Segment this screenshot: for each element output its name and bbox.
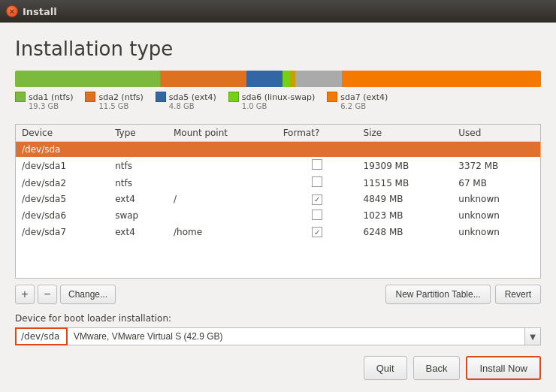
format-checkbox-cell: ✓	[277, 225, 358, 240]
format-checkbox-cell	[277, 207, 358, 225]
partition-segment	[283, 71, 290, 87]
legend-label: sda6 (linux-swap)	[242, 92, 316, 102]
table-cell	[168, 174, 277, 191]
table-row[interactable]: /dev/sda7ext4/home✓6248 MBunknown	[16, 225, 540, 240]
legend-label: sda5 (ext4)	[169, 92, 216, 102]
legend-label: sda1 (ntfs)	[29, 92, 73, 102]
legend-color-swatch	[156, 92, 166, 102]
legend-color-swatch	[15, 92, 26, 102]
table-row[interactable]: /dev/sda2ntfs11515 MB67 MB	[16, 174, 540, 191]
legend-item: sda2 (ntfs) 11.5 GB	[85, 92, 143, 110]
partition-segment	[160, 71, 246, 87]
bootloader-section: Device for boot loader installation: /de…	[15, 313, 541, 345]
table-cell: 6248 MB	[358, 225, 453, 240]
table-cell: /home	[168, 225, 277, 240]
legend-size: 11.5 GB	[98, 102, 143, 110]
table-toolbar: + − Change... New Partition Table... Rev…	[15, 285, 541, 304]
add-partition-button[interactable]: +	[15, 285, 35, 304]
format-checkbox-cell	[277, 174, 358, 191]
legend-item: sda7 (ext4) 6.2 GB	[327, 92, 388, 110]
table-cell: /dev/sda5	[16, 191, 109, 207]
change-button[interactable]: Change...	[60, 285, 116, 304]
partition-segment	[295, 71, 342, 87]
install-now-button[interactable]: Install Now	[466, 356, 541, 380]
table-cell: 4849 MB	[358, 191, 453, 207]
format-checkbox[interactable]	[312, 210, 322, 220]
table-cell: 3372 MB	[452, 157, 540, 174]
table-cell	[358, 142, 453, 158]
format-checkbox-cell: ✓	[277, 191, 358, 207]
revert-button[interactable]: Revert	[495, 285, 541, 304]
table-column-header: Format?	[277, 125, 358, 142]
table-column-header: Size	[358, 125, 453, 142]
page-title: Installation type	[15, 38, 541, 60]
table-cell: ext4	[109, 191, 168, 207]
table-cell: ntfs	[109, 157, 168, 174]
table-cell: unknown	[452, 207, 540, 225]
partition-bar-container: sda1 (ntfs) 19.3 GB sda2 (ntfs) 11.5 GB …	[15, 71, 541, 118]
table-cell: unknown	[452, 225, 540, 240]
legend-label: sda7 (ext4)	[340, 92, 388, 102]
partition-table-wrapper: DeviceTypeMount pointFormat?SizeUsed /de…	[15, 124, 541, 279]
table-cell: 11515 MB	[358, 174, 453, 191]
title-bar: ✕ Install	[0, 0, 556, 23]
quit-button[interactable]: Quit	[364, 356, 407, 380]
table-cell: /dev/sda1	[16, 157, 109, 174]
table-cell	[109, 142, 168, 158]
table-cell: unknown	[452, 191, 540, 207]
table-header: DeviceTypeMount pointFormat?SizeUsed	[16, 125, 540, 142]
close-button[interactable]: ✕	[6, 5, 18, 17]
format-checkbox[interactable]	[312, 176, 322, 187]
format-checkbox[interactable]	[312, 159, 322, 170]
table-cell	[168, 157, 277, 174]
dropdown-arrow-icon: ▼	[525, 327, 541, 345]
table-cell	[452, 142, 540, 158]
bootloader-select[interactable]: VMware, VMware Virtual S (42.9 GB)	[68, 327, 525, 345]
legend-color-swatch	[327, 92, 337, 102]
new-partition-table-button[interactable]: New Partition Table...	[385, 285, 490, 304]
table-cell: /dev/sda6	[16, 207, 109, 225]
partition-legend: sda1 (ntfs) 19.3 GB sda2 (ntfs) 11.5 GB …	[15, 92, 541, 110]
main-content: Installation type sda1 (ntfs) 19.3 GB sd…	[0, 23, 556, 392]
legend-item: sda1 (ntfs) 19.3 GB	[15, 92, 73, 110]
legend-item: sda6 (linux-swap) 1.0 GB	[228, 92, 316, 110]
table-row[interactable]: /dev/sda6swap1023 MBunknown	[16, 207, 540, 225]
partition-segment	[15, 71, 160, 87]
format-checkbox[interactable]: ✓	[312, 194, 322, 205]
legend-item: sda5 (ext4) 4.8 GB	[156, 92, 216, 110]
partition-table: DeviceTypeMount pointFormat?SizeUsed /de…	[16, 125, 540, 240]
table-column-header: Used	[452, 125, 540, 142]
table-cell: /dev/sda2	[16, 174, 109, 191]
legend-size: 19.3 GB	[29, 102, 73, 110]
legend-label: sda2 (ntfs)	[98, 92, 143, 102]
table-cell: swap	[109, 207, 168, 225]
format-checkbox[interactable]: ✓	[312, 227, 322, 237]
table-cell: 1023 MB	[358, 207, 453, 225]
legend-color-swatch	[228, 92, 239, 102]
bottom-buttons: Quit Back Install Now	[15, 356, 541, 380]
table-cell: ext4	[109, 225, 168, 240]
table-column-header: Type	[109, 125, 168, 142]
table-cell: 19309 MB	[358, 157, 453, 174]
partition-bar	[15, 71, 541, 87]
bootloader-label: Device for boot loader installation:	[15, 313, 541, 324]
table-cell: /dev/sda7	[16, 225, 109, 240]
table-body: /dev/sda/dev/sda1ntfs19309 MB3372 MB/dev…	[16, 142, 540, 240]
table-column-header: Mount point	[168, 125, 277, 142]
format-checkbox-cell	[277, 157, 358, 174]
table-cell	[168, 207, 277, 225]
remove-partition-button[interactable]: −	[38, 285, 57, 304]
table-column-header: Device	[16, 125, 109, 142]
bootloader-select-wrapper: /dev/sda VMware, VMware Virtual S (42.9 …	[15, 327, 541, 345]
legend-color-swatch	[85, 92, 95, 102]
table-cell	[168, 142, 277, 158]
format-checkbox-cell	[277, 142, 358, 158]
table-row[interactable]: /dev/sda	[16, 142, 540, 158]
table-row[interactable]: /dev/sda1ntfs19309 MB3372 MB	[16, 157, 540, 174]
table-cell: 67 MB	[452, 174, 540, 191]
legend-size: 6.2 GB	[340, 102, 388, 110]
table-cell: ntfs	[109, 174, 168, 191]
table-cell: /	[168, 191, 277, 207]
back-button[interactable]: Back	[413, 356, 461, 380]
table-row[interactable]: /dev/sda5ext4/✓4849 MBunknown	[16, 191, 540, 207]
